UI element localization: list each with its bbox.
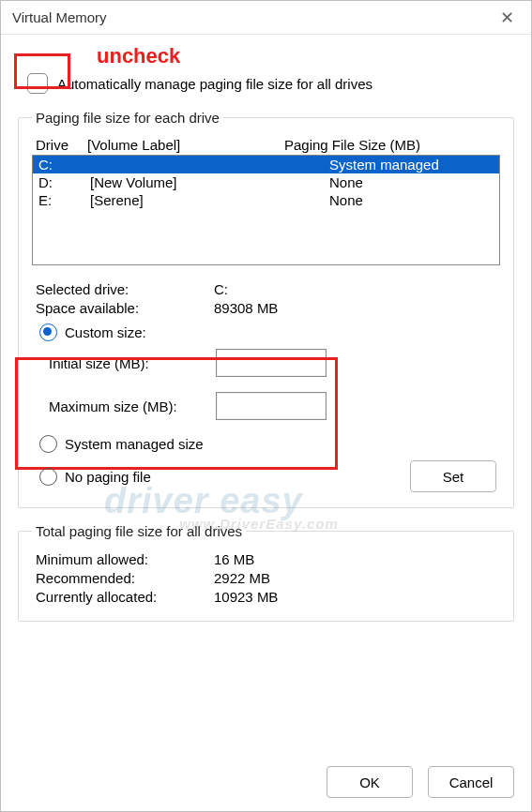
group-paging-each-drive: Paging file size for each drive Drive [V… — [18, 110, 514, 508]
cancel-button[interactable]: Cancel — [428, 766, 514, 798]
volume-label: [Serene] — [90, 192, 329, 208]
system-managed-radio[interactable] — [39, 435, 57, 453]
space-available-label: Space available: — [36, 300, 214, 316]
group-total-paging: Total paging file size for all drives Mi… — [18, 523, 514, 622]
minimum-allowed-row: Minimum allowed: 16 MB — [36, 551, 500, 567]
paging-size: None — [329, 174, 494, 190]
drive-list-row[interactable]: D:[New Volume]None — [33, 173, 499, 191]
minimum-allowed-label: Minimum allowed: — [36, 551, 214, 567]
selected-drive-value: C: — [214, 281, 228, 297]
legend-total: Total paging file size for all drives — [32, 523, 246, 539]
header-size: Paging File Size (MB) — [284, 137, 500, 153]
volume-label: [New Volume] — [90, 174, 329, 190]
header-volume: [Volume Label] — [87, 137, 284, 153]
currently-allocated-value: 10923 MB — [214, 589, 278, 605]
custom-size-row: Custom size: — [39, 323, 500, 341]
close-icon[interactable]: ✕ — [491, 4, 524, 32]
window-title: Virtual Memory — [12, 9, 107, 25]
set-button[interactable]: Set — [410, 460, 496, 492]
content: uncheck Automatically manage paging file… — [1, 35, 531, 652]
virtual-memory-dialog: Virtual Memory ✕ uncheck Automatically m… — [0, 0, 532, 812]
ok-button[interactable]: OK — [327, 766, 413, 798]
drive-list-header: Drive [Volume Label] Paging File Size (M… — [36, 137, 500, 153]
auto-manage-row: Automatically manage paging file size fo… — [18, 70, 514, 97]
currently-allocated-row: Currently allocated: 10923 MB — [36, 589, 500, 605]
legend-each-drive: Paging file size for each drive — [32, 110, 223, 126]
paging-size: System managed — [329, 157, 494, 173]
drive-letter: D: — [38, 174, 90, 190]
titlebar: Virtual Memory ✕ — [1, 1, 531, 35]
annotation-uncheck: uncheck — [97, 44, 180, 68]
recommended-value: 2922 MB — [214, 570, 270, 586]
no-paging-file-radio[interactable] — [39, 468, 57, 486]
auto-manage-label: Automatically manage paging file size fo… — [57, 76, 372, 92]
recommended-label: Recommended: — [36, 570, 214, 586]
custom-size-label: Custom size: — [65, 324, 146, 340]
drive-letter: E: — [38, 192, 90, 208]
volume-label — [90, 157, 329, 173]
selected-drive-label: Selected drive: — [36, 281, 214, 297]
drive-list-row[interactable]: E:[Serene]None — [33, 191, 499, 209]
minimum-allowed-value: 16 MB — [214, 551, 254, 567]
annotation-box-custom — [15, 357, 338, 470]
dialog-footer: OK Cancel — [327, 766, 514, 798]
custom-size-radio[interactable] — [39, 323, 57, 341]
no-paging-file-row: No paging file — [39, 468, 151, 486]
drive-list[interactable]: C:System managedD:[New Volume]NoneE:[Ser… — [32, 155, 500, 265]
currently-allocated-label: Currently allocated: — [36, 589, 214, 605]
annotation-box-checkbox — [14, 53, 70, 89]
selected-drive-row: Selected drive: C: — [36, 281, 500, 297]
paging-size: None — [329, 192, 494, 208]
no-paging-file-label: No paging file — [65, 469, 151, 485]
drive-letter: C: — [38, 157, 90, 173]
space-available-value: 89308 MB — [214, 300, 278, 316]
space-available-row: Space available: 89308 MB — [36, 300, 500, 316]
recommended-row: Recommended: 2922 MB — [36, 570, 500, 586]
drive-list-row[interactable]: C:System managed — [33, 156, 499, 173]
header-drive: Drive — [36, 137, 87, 153]
